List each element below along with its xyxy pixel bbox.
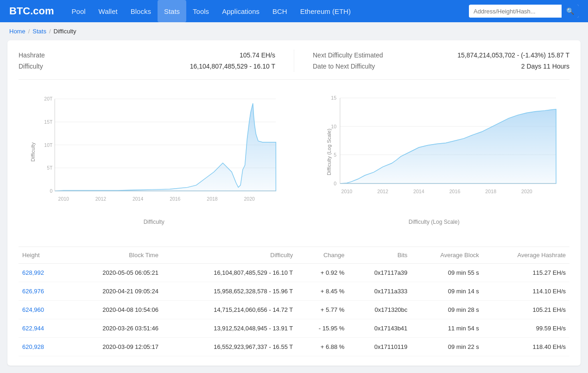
breadcrumb-home[interactable]: Home bbox=[9, 28, 25, 35]
nav-link-wallet[interactable]: Wallet bbox=[92, 0, 124, 22]
svg-text:15: 15 bbox=[331, 95, 336, 101]
height-link[interactable]: 620,928 bbox=[22, 343, 44, 350]
avg-hashrate-value: 118.40 EH/s bbox=[483, 338, 569, 356]
nav-link-applications[interactable]: Applications bbox=[215, 0, 266, 22]
col-avg-hashrate: Average Hashrate bbox=[483, 247, 569, 264]
svg-text:2014: 2014 bbox=[413, 189, 424, 194]
avg-hashrate-value: 99.59 EH/s bbox=[483, 319, 569, 338]
brand-logo: BTC.com bbox=[9, 5, 54, 17]
bits-value: 0x171320bc bbox=[348, 301, 411, 319]
difficulty-table: Height Block Time Difficulty Change Bits… bbox=[19, 247, 569, 356]
difficulty-value: 13,912,524,048,945 - 13.91 T bbox=[162, 319, 297, 338]
avg-block-value: 09 min 55 s bbox=[411, 264, 483, 282]
svg-text:5: 5 bbox=[334, 152, 336, 158]
difficulty-value: 16,104,807,485,529 - 16.10 T bbox=[162, 264, 297, 282]
col-change: Change bbox=[297, 247, 348, 264]
search-box: 🔍 bbox=[469, 5, 579, 18]
stats-row: Hashrate 105.74 EH/s Difficulty 16,104,8… bbox=[19, 50, 569, 80]
search-input[interactable] bbox=[469, 5, 562, 18]
change-value: + 5.77 % bbox=[297, 301, 348, 319]
navbar: BTC.com PoolWalletBlocksStatsToolsApplic… bbox=[0, 0, 588, 22]
col-avg-block: Average Block bbox=[411, 247, 483, 264]
bits-value: 0x1711a333 bbox=[348, 282, 411, 301]
avg-block-value: 09 min 14 s bbox=[411, 282, 483, 301]
stats-right: Next Difficulty Estimated 15,874,214,053… bbox=[313, 50, 569, 72]
hashrate-value: 105.74 EH/s bbox=[240, 51, 275, 59]
chart2-svg: 15 10 5 0 2010 2012 2014 2016 2018 2020 bbox=[322, 87, 565, 217]
difficulty-value: 15,958,652,328,578 - 15.96 T bbox=[162, 282, 297, 301]
main-card: Hashrate 105.74 EH/s Difficulty 16,104,8… bbox=[7, 40, 581, 366]
col-block-time: Block Time bbox=[64, 247, 162, 264]
avg-block-value: 09 min 22 s bbox=[411, 338, 483, 356]
table-row: 626,9762020-04-21 09:05:2415,958,652,328… bbox=[19, 282, 569, 301]
table-header-row: Height Block Time Difficulty Change Bits… bbox=[19, 247, 569, 264]
hashrate-stat: Hashrate 105.74 EH/s bbox=[19, 50, 275, 61]
svg-text:2014: 2014 bbox=[133, 196, 143, 202]
svg-text:20T: 20T bbox=[44, 96, 53, 101]
svg-text:2010: 2010 bbox=[341, 189, 352, 194]
nav-link-blocks[interactable]: Blocks bbox=[124, 0, 158, 22]
breadcrumb-current: Difficulty bbox=[54, 28, 76, 35]
block-time: 2020-04-08 10:54:06 bbox=[64, 301, 162, 319]
bits-value: 0x17143b41 bbox=[348, 319, 411, 338]
difficulty-value: 16,552,923,967,337 - 16.55 T bbox=[162, 338, 297, 356]
block-time: 2020-04-21 09:05:24 bbox=[64, 282, 162, 301]
svg-text:5T: 5T bbox=[47, 165, 53, 171]
date-next-label: Date to Next Difficulty bbox=[313, 63, 375, 70]
difficulty-value: 14,715,214,060,656 - 14.72 T bbox=[162, 301, 297, 319]
nav-link-stats[interactable]: Stats bbox=[158, 0, 186, 22]
nav-links: PoolWalletBlocksStatsToolsApplicationsBC… bbox=[65, 0, 469, 22]
chart1-svg: 20T 15T 10T 5T 0 2010 2012 2014 2016 201… bbox=[37, 87, 285, 217]
svg-text:0: 0 bbox=[334, 181, 336, 186]
height-link[interactable]: 624,960 bbox=[22, 306, 44, 313]
table-body: 628,9922020-05-05 06:05:2116,104,807,485… bbox=[19, 264, 569, 356]
svg-text:2012: 2012 bbox=[377, 189, 388, 194]
avg-hashrate-value: 114.10 EH/s bbox=[483, 282, 569, 301]
change-value: + 0.92 % bbox=[297, 264, 348, 282]
hashrate-label: Hashrate bbox=[19, 51, 45, 59]
change-value: - 15.95 % bbox=[297, 319, 348, 338]
breadcrumb: Home / Stats / Difficulty bbox=[0, 22, 588, 40]
chart1-y-label: Difficulty bbox=[30, 142, 36, 161]
svg-text:2010: 2010 bbox=[58, 196, 69, 202]
next-difficulty-value: 15,874,214,053,702 - (-1.43%) 15.87 T bbox=[457, 51, 569, 59]
col-difficulty: Difficulty bbox=[162, 247, 297, 264]
change-value: + 8.45 % bbox=[297, 282, 348, 301]
table-row: 620,9282020-03-09 12:05:1716,552,923,967… bbox=[19, 338, 569, 356]
chart-linear: Difficulty 20T 15T 10T 5T 0 2010 bbox=[19, 87, 290, 235]
chart2-x-label: Difficulty (Log Scale) bbox=[299, 219, 570, 225]
table-row: 628,9922020-05-05 06:05:2116,104,807,485… bbox=[19, 264, 569, 282]
chart2-y-label: Difficulty (Log Scale) bbox=[326, 129, 332, 176]
table-row: 624,9602020-04-08 10:54:0614,715,214,060… bbox=[19, 301, 569, 319]
svg-text:2018: 2018 bbox=[485, 189, 496, 194]
change-value: + 6.88 % bbox=[297, 338, 348, 356]
nav-link-pool[interactable]: Pool bbox=[65, 0, 92, 22]
chart-log: Difficulty (Log Scale) 15 1 bbox=[299, 87, 570, 235]
breadcrumb-stats[interactable]: Stats bbox=[32, 28, 46, 35]
block-time: 2020-05-05 06:05:21 bbox=[64, 264, 162, 282]
col-height: Height bbox=[19, 247, 64, 264]
stats-left: Hashrate 105.74 EH/s Difficulty 16,104,8… bbox=[19, 50, 275, 72]
nav-link-ethereum-(eth)[interactable]: Ethereum (ETH) bbox=[294, 0, 357, 22]
height-link[interactable]: 628,992 bbox=[22, 269, 44, 276]
svg-text:0: 0 bbox=[50, 189, 53, 194]
svg-text:2018: 2018 bbox=[207, 196, 217, 202]
search-button[interactable]: 🔍 bbox=[562, 5, 579, 18]
svg-text:2016: 2016 bbox=[449, 189, 460, 194]
col-bits: Bits bbox=[348, 247, 411, 264]
chart1-x-label: Difficulty bbox=[19, 219, 290, 225]
svg-text:2016: 2016 bbox=[170, 196, 180, 202]
svg-text:10T: 10T bbox=[44, 143, 53, 148]
bits-value: 0x17110119 bbox=[348, 338, 411, 356]
difficulty-stat: Difficulty 16,104,807,485,529 - 16.10 T bbox=[19, 61, 275, 72]
nav-link-tools[interactable]: Tools bbox=[186, 0, 215, 22]
avg-hashrate-value: 105.21 EH/s bbox=[483, 301, 569, 319]
table-row: 622,9442020-03-26 03:51:4613,912,524,048… bbox=[19, 319, 569, 338]
charts-row: Difficulty 20T 15T 10T 5T 0 2010 bbox=[19, 87, 569, 235]
nav-link-bch[interactable]: BCH bbox=[266, 0, 294, 22]
height-link[interactable]: 622,944 bbox=[22, 325, 44, 332]
block-time: 2020-03-26 03:51:46 bbox=[64, 319, 162, 338]
breadcrumb-sep2: / bbox=[49, 28, 51, 35]
height-link[interactable]: 626,976 bbox=[22, 288, 44, 295]
avg-block-value: 11 min 54 s bbox=[411, 319, 483, 338]
